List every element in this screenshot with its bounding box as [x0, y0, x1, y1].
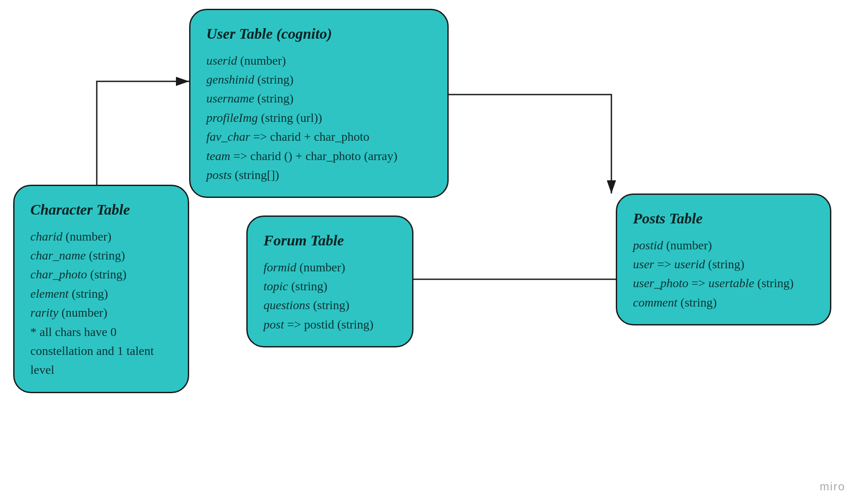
field-post: post => postid (string) [263, 315, 396, 334]
character-table-card: Character Table charid (number) char_nam… [13, 185, 189, 393]
arrow-user-to-posts [444, 95, 611, 194]
field-questions: questions (string) [263, 296, 396, 314]
field-element: element (string) [30, 284, 172, 303]
field-charid: charid (number) [30, 227, 172, 246]
field-note: * all chars have 0 constellation and 1 t… [30, 322, 172, 380]
character-table-title: Character Table [30, 198, 172, 222]
forum-table-card: Forum Table formid (number) topic (strin… [246, 215, 413, 347]
field-posts: posts (string[]) [206, 165, 432, 184]
arrow-character-to-user [97, 81, 189, 185]
posts-table-card: Posts Table postid (number) user => user… [616, 194, 831, 325]
user-table-fields: userid (number) genshinid (string) usern… [206, 51, 432, 185]
field-favchar: fav_char => charid + char_photo [206, 127, 432, 146]
posts-table-title: Posts Table [633, 207, 814, 230]
diagram-container: User Table (cognito) userid (number) gen… [0, 0, 863, 504]
field-postid: postid (number) [633, 236, 814, 255]
field-charphoto: char_photo (string) [30, 265, 172, 284]
field-topic: topic (string) [263, 277, 396, 296]
character-table-fields: charid (number) char_name (string) char_… [30, 227, 172, 380]
posts-table-fields: postid (number) user => userid (string) … [633, 236, 814, 312]
field-genshinid: genshinid (string) [206, 70, 432, 89]
field-username: username (string) [206, 89, 432, 108]
field-rarity: rarity (number) [30, 303, 172, 322]
field-formid: formid (number) [263, 258, 396, 277]
miro-watermark: miro [819, 480, 845, 493]
user-table-title: User Table (cognito) [206, 22, 432, 46]
user-table-card: User Table (cognito) userid (number) gen… [189, 9, 449, 198]
field-team: team => charid () + char_photo (array) [206, 146, 432, 165]
forum-table-title: Forum Table [263, 229, 396, 252]
field-comment: comment (string) [633, 293, 814, 312]
field-user: user => userid (string) [633, 255, 814, 274]
field-profileimg: profileImg (string (url)) [206, 108, 432, 127]
field-charname: char_name (string) [30, 246, 172, 265]
forum-table-fields: formid (number) topic (string) questions… [263, 258, 396, 334]
field-userid: userid (number) [206, 51, 432, 70]
field-userphoto: user_photo => usertable (string) [633, 274, 814, 292]
